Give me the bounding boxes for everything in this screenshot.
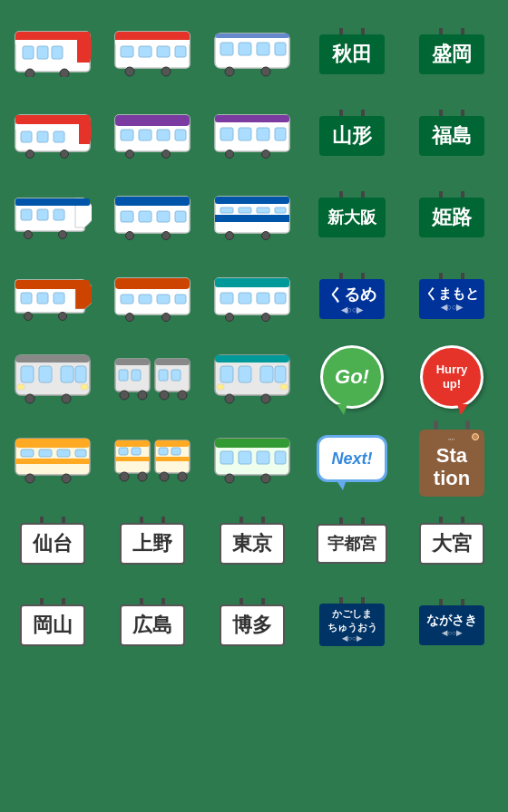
- train-yellow-side-cell: [9, 422, 96, 495]
- svg-point-116: [160, 391, 169, 400]
- svg-rect-50: [15, 198, 90, 206]
- svg-point-40: [162, 150, 171, 159]
- svg-rect-108: [119, 370, 128, 381]
- svg-rect-93: [275, 293, 286, 304]
- kagoshima-arrows: ◀○○▶: [342, 634, 362, 643]
- fh1: [434, 420, 438, 430]
- train-n700-front-cell: [9, 178, 96, 250]
- sp16: 博多: [220, 604, 285, 646]
- station-himeji-cell: 姫路: [408, 178, 495, 250]
- station-sendai: 仙台: [20, 517, 85, 565]
- svg-rect-66: [215, 215, 289, 222]
- train-teal-side-cell: [209, 259, 296, 332]
- svg-rect-97: [15, 355, 90, 362]
- svg-point-23: [225, 67, 234, 76]
- svg-rect-67: [220, 208, 233, 213]
- station-hiroshima: 広島: [120, 598, 185, 646]
- svg-point-105: [62, 394, 71, 403]
- svg-rect-44: [239, 128, 251, 140]
- svg-rect-121: [239, 366, 251, 382]
- svg-point-6: [25, 69, 34, 77]
- sp14: 岡山: [20, 604, 85, 646]
- svg-rect-154: [239, 451, 251, 464]
- kagoshima-text: かごしまちゅうおう: [327, 607, 377, 634]
- kurume-text: くるめ: [327, 284, 376, 305]
- svg-rect-107: [115, 359, 150, 365]
- sp17: かごしまちゅうおう ◀○○▶: [319, 604, 385, 646]
- station-kagoshima-cell: かごしまちゅうおう ◀○○▶: [308, 585, 396, 658]
- sp7: くるめ ◀○○▶: [319, 279, 385, 319]
- svg-point-54: [24, 231, 33, 239]
- station-shin-osaka-cell: 新大阪: [308, 178, 396, 250]
- station-kagoshima: かごしまちゅうおう ◀○○▶: [319, 597, 385, 646]
- next-text: Next!: [331, 450, 372, 469]
- svg-rect-139: [115, 457, 150, 461]
- fancy-hanger: [434, 420, 470, 430]
- svg-point-7: [60, 69, 69, 77]
- train-local-gray-cell: [9, 341, 96, 413]
- svg-rect-35: [121, 130, 133, 140]
- station-fancy-cell: "" Station: [408, 422, 495, 495]
- svg-rect-77: [54, 293, 64, 304]
- svg-rect-45: [257, 128, 269, 140]
- svg-rect-131: [21, 450, 34, 457]
- svg-rect-156: [275, 451, 286, 464]
- train-white-purple-svg: [213, 106, 291, 159]
- svg-point-24: [261, 67, 270, 76]
- svg-rect-65: [215, 197, 289, 204]
- svg-rect-3: [23, 46, 34, 59]
- station-ueno-cell: 上野: [109, 504, 196, 576]
- svg-rect-132: [39, 450, 52, 457]
- station-fukushima-cell: 福島: [408, 96, 495, 169]
- svg-rect-145: [155, 440, 190, 447]
- svg-rect-70: [275, 208, 286, 213]
- svg-point-71: [226, 232, 234, 240]
- svg-rect-100: [61, 366, 73, 382]
- double-train-yellow-cell: [109, 422, 196, 495]
- double-train-gray-cell: [109, 341, 196, 413]
- svg-rect-13: [157, 46, 170, 57]
- svg-rect-75: [21, 293, 32, 304]
- svg-rect-4: [37, 46, 48, 59]
- sp6: 姫路: [419, 198, 484, 237]
- station-himeji: 姫路: [419, 191, 484, 237]
- svg-rect-138: [115, 440, 150, 447]
- svg-point-55: [59, 231, 67, 239]
- station-morioka: 盛岡: [419, 28, 484, 74]
- svg-rect-102: [17, 384, 24, 390]
- svg-rect-134: [75, 450, 86, 457]
- station-plate-2: 盛岡: [419, 34, 484, 74]
- station-tokyo: 東京: [220, 517, 285, 565]
- train-local-teal-svg: [213, 350, 291, 404]
- svg-rect-125: [280, 384, 288, 390]
- double-train-gray-svg: [113, 350, 191, 404]
- svg-point-135: [25, 474, 34, 483]
- station-omiya: 大宮: [419, 517, 484, 565]
- fh2: [465, 420, 470, 430]
- bubble-next: Next!: [317, 435, 387, 482]
- sp8: くまもと ◀○○▶: [419, 279, 484, 319]
- svg-point-150: [178, 472, 187, 481]
- train-white-side-svg: [213, 24, 291, 77]
- svg-point-117: [178, 391, 187, 400]
- svg-rect-42: [215, 115, 289, 122]
- svg-rect-98: [21, 366, 34, 382]
- station-ueno: 上野: [120, 517, 185, 565]
- station-yamagata-cell: 山形: [308, 96, 396, 169]
- emoji-grid: 秋田 盛岡: [9, 14, 499, 658]
- svg-rect-83: [139, 295, 151, 304]
- svg-rect-38: [175, 130, 186, 140]
- svg-point-110: [120, 391, 129, 400]
- train-e3-side-svg: [113, 106, 191, 159]
- svg-rect-153: [220, 451, 233, 464]
- svg-point-157: [225, 474, 234, 483]
- station-utsunomiya: 宇都宮: [317, 517, 387, 564]
- svg-rect-5: [52, 46, 63, 59]
- svg-rect-36: [139, 130, 151, 140]
- station-akita-cell: 秋田: [308, 14, 396, 87]
- svg-point-158: [261, 474, 270, 483]
- svg-point-143: [138, 472, 147, 481]
- station-sendai-cell: 仙台: [9, 504, 96, 576]
- sp15: 広島: [120, 604, 185, 646]
- svg-rect-58: [121, 211, 133, 222]
